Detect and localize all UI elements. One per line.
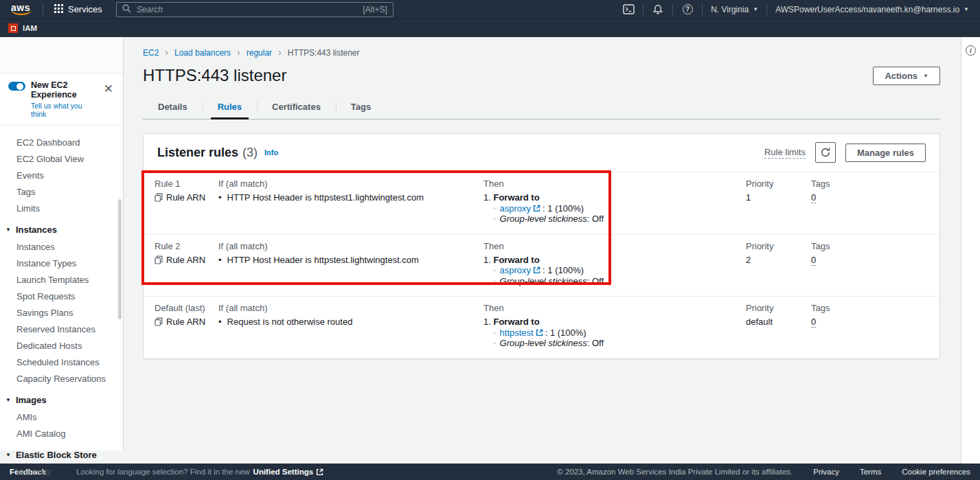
rule-row-default: Default (last) Rule ARN If (all match) •… xyxy=(144,296,939,358)
if-label: If (all match) xyxy=(218,241,483,251)
sidebar-item-launch-templates[interactable]: Launch Templates xyxy=(0,271,123,288)
sidebar-item-capacity-reservations[interactable]: Capacity Reservations xyxy=(0,370,123,387)
sidebar-nav: EC2 Dashboard EC2 Global View Events Tag… xyxy=(0,126,123,480)
sidebar-item-ec2-dashboard[interactable]: EC2 Dashboard xyxy=(0,134,123,150)
target-group-link[interactable]: asproxy xyxy=(500,203,541,214)
sidebar-item-dedicated-hosts[interactable]: Dedicated Hosts xyxy=(0,337,123,354)
sidebar: New EC2 Experience Tell us what you thin… xyxy=(0,37,124,450)
info-link[interactable]: Info xyxy=(264,148,278,157)
services-label: Services xyxy=(68,4,102,14)
sidebar-item-instances[interactable]: Instances xyxy=(0,238,123,255)
sidebar-item-reserved-instances[interactable]: Reserved Instances xyxy=(0,321,123,337)
tags-label: Tags xyxy=(811,303,928,313)
tags-count-link[interactable]: 0 xyxy=(811,192,816,203)
bullet-icon: • xyxy=(218,192,222,203)
tab-certificates[interactable]: Certificates xyxy=(257,96,336,119)
rule-name: Rule 1 xyxy=(155,179,218,189)
cookie-preferences-link[interactable]: Cookie preferences xyxy=(902,468,970,476)
external-link-icon xyxy=(536,329,543,336)
sidebar-item-volumes[interactable]: Volumes xyxy=(0,464,123,480)
triangle-down-icon: ▼ xyxy=(5,227,11,233)
divider xyxy=(702,4,703,15)
unified-settings-link[interactable]: Unified Settings xyxy=(253,468,324,476)
region-selector[interactable]: N. Virginia▼ xyxy=(708,5,761,14)
copy-icon xyxy=(155,317,163,326)
chevron-right-icon: › xyxy=(237,47,240,58)
terms-link[interactable]: Terms xyxy=(860,468,881,476)
sidebar-section-images[interactable]: ▼ Images xyxy=(0,387,123,409)
sidebar-item-limits[interactable]: Limits xyxy=(0,200,123,216)
rule-arn-copy[interactable]: Rule ARN xyxy=(155,255,218,265)
rule-arn-copy[interactable]: Rule ARN xyxy=(155,192,218,203)
divider xyxy=(643,4,643,15)
sidebar-item-ec2-global-view[interactable]: EC2 Global View xyxy=(0,150,123,167)
chevron-right-icon: › xyxy=(165,47,168,58)
rule-row-1: Rule 1 Rule ARN If (all match) •HTTP Hos… xyxy=(144,172,939,234)
help-icon[interactable]: ? xyxy=(679,2,696,17)
page-title: HTTPS:443 listener xyxy=(143,66,286,85)
tab-rules[interactable]: Rules xyxy=(203,96,257,119)
target-group-link[interactable]: asproxy xyxy=(500,265,541,276)
breadcrumb-regular[interactable]: regular xyxy=(247,48,272,58)
search-input[interactable] xyxy=(137,5,357,14)
info-icon[interactable]: i xyxy=(966,45,976,56)
sidebar-item-instance-types[interactable]: Instance Types xyxy=(0,255,123,271)
panel-title: Listener rules xyxy=(157,146,238,160)
search-icon xyxy=(122,3,131,16)
cloudshell-icon[interactable] xyxy=(619,2,637,17)
sidebar-item-scheduled-instances[interactable]: Scheduled Instances xyxy=(0,354,123,370)
breadcrumb-ec2[interactable]: EC2 xyxy=(143,48,159,58)
iam-service-icon xyxy=(8,23,18,33)
sidebar-section-elastic-block-store[interactable]: ▼ Elastic Block Store xyxy=(0,442,123,464)
if-label: If (all match) xyxy=(218,303,483,313)
refresh-icon xyxy=(820,147,831,158)
sidebar-item-spot-requests[interactable]: Spot Requests xyxy=(0,288,123,304)
rule-limits-link[interactable]: Rule limits xyxy=(764,147,806,159)
breadcrumb-load-balancers[interactable]: Load balancers xyxy=(174,48,231,58)
privacy-link[interactable]: Privacy xyxy=(813,468,839,476)
then-label: Then xyxy=(483,241,746,251)
footer: Feedback Looking for language selection?… xyxy=(0,464,980,480)
then-label: Then xyxy=(483,303,746,313)
breadcrumb: EC2 › Load balancers › regular › HTTPS:4… xyxy=(143,48,940,58)
sidebar-item-tags[interactable]: Tags xyxy=(0,183,123,200)
search-bar[interactable]: [Alt+S] xyxy=(116,2,394,17)
priority-value: default xyxy=(746,317,811,327)
experience-feedback-link[interactable]: Tell us what you think xyxy=(31,102,95,118)
tags-count-link[interactable]: 0 xyxy=(811,317,816,328)
then-label: Then xyxy=(483,179,746,189)
sidebar-item-amis[interactable]: AMIs xyxy=(0,409,123,425)
notifications-bell-icon[interactable] xyxy=(649,2,667,17)
if-label: If (all match) xyxy=(218,179,483,189)
favorite-iam-link[interactable]: IAM xyxy=(23,24,37,32)
tab-details[interactable]: Details xyxy=(143,96,203,119)
tags-count-link[interactable]: 0 xyxy=(811,255,816,266)
priority-label: Priority xyxy=(746,241,811,251)
services-menu[interactable]: Services xyxy=(50,4,106,15)
main-content: EC2 › Load balancers › regular › HTTPS:4… xyxy=(124,37,961,464)
experience-toggle[interactable] xyxy=(8,82,25,91)
sidebar-item-events[interactable]: Events xyxy=(0,167,123,183)
target-group-link[interactable]: httpstest xyxy=(500,328,543,339)
chevron-down-icon: ▼ xyxy=(964,6,969,12)
sidebar-item-ami-catalog[interactable]: AMI Catalog xyxy=(0,425,123,442)
tab-tags[interactable]: Tags xyxy=(336,96,386,119)
account-menu[interactable]: AWSPowerUserAccess/navaneeth.kn@harness.… xyxy=(773,5,972,14)
favorites-bar: IAM xyxy=(0,19,980,37)
close-icon[interactable]: ✕ xyxy=(101,84,116,94)
sidebar-section-instances[interactable]: ▼ Instances xyxy=(0,216,123,238)
target-weight: : 1 (100%) xyxy=(543,203,584,214)
tags-label: Tags xyxy=(811,241,928,251)
sidebar-item-savings-plans[interactable]: Savings Plans xyxy=(0,304,123,321)
copy-icon xyxy=(155,255,163,264)
condition-value: HTTP Host Header is httpstest.lightwingt… xyxy=(227,255,419,266)
new-ec2-experience-block: New EC2 Experience Tell us what you thin… xyxy=(0,73,123,126)
triangle-down-icon: ▼ xyxy=(5,452,11,458)
manage-rules-button[interactable]: Manage rules xyxy=(845,144,926,162)
divider xyxy=(766,4,767,15)
refresh-button[interactable] xyxy=(815,142,836,163)
sidebar-scrollbar[interactable] xyxy=(118,199,122,319)
aws-logo[interactable]: aws xyxy=(7,2,36,16)
rule-arn-copy[interactable]: Rule ARN xyxy=(155,317,218,327)
actions-button[interactable]: Actions▼ xyxy=(873,67,940,85)
